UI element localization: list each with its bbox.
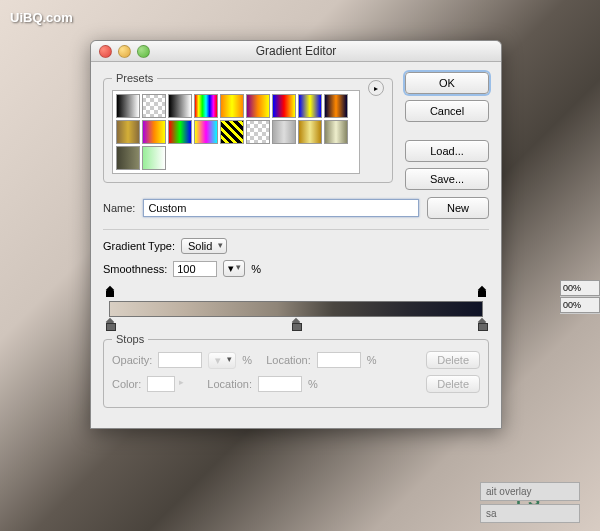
preset-swatch[interactable] bbox=[246, 120, 270, 144]
preset-swatch[interactable] bbox=[194, 94, 218, 118]
dialog-titlebar[interactable]: Gradient Editor bbox=[91, 41, 501, 62]
opacity-stop-left[interactable] bbox=[105, 287, 115, 299]
color-stop-left[interactable] bbox=[105, 319, 115, 331]
fill-fragment: 00% bbox=[560, 297, 600, 313]
layer-fragment: ait overlay bbox=[480, 482, 580, 501]
dialog-title: Gradient Editor bbox=[256, 44, 337, 58]
preset-swatch[interactable] bbox=[194, 120, 218, 144]
color-label: Color: bbox=[112, 378, 141, 390]
percent-label: % bbox=[251, 263, 261, 275]
preset-swatch[interactable] bbox=[272, 120, 296, 144]
preset-swatch[interactable] bbox=[246, 94, 270, 118]
presets-label: Presets bbox=[112, 72, 157, 84]
smoothness-stepper[interactable]: ▾ bbox=[223, 260, 245, 277]
color-stop-right[interactable] bbox=[477, 319, 487, 331]
load-button[interactable]: Load... bbox=[405, 140, 489, 162]
opacity-stop-right[interactable] bbox=[477, 287, 487, 299]
opacity-label: Opacity: bbox=[112, 354, 152, 366]
gradient-preview[interactable] bbox=[109, 301, 483, 317]
right-panel-fragment: 00% 00% bbox=[560, 280, 600, 314]
gradient-editor-dialog: Gradient Editor Presets ▸ OK Cancel Load… bbox=[90, 40, 502, 429]
delete-opacity-button: Delete bbox=[426, 351, 480, 369]
color-well bbox=[147, 376, 175, 392]
gradient-type-label: Gradient Type: bbox=[103, 240, 175, 252]
preset-swatch[interactable] bbox=[220, 120, 244, 144]
gradient-bar[interactable] bbox=[103, 285, 489, 331]
minimize-icon[interactable] bbox=[118, 45, 131, 58]
preset-swatch[interactable] bbox=[298, 94, 322, 118]
window-controls bbox=[99, 45, 150, 58]
location-label: Location: bbox=[207, 378, 252, 390]
separator bbox=[103, 229, 489, 230]
preset-swatch[interactable] bbox=[142, 94, 166, 118]
percent-label: % bbox=[308, 378, 318, 390]
percent-label: % bbox=[367, 354, 377, 366]
layer-fragment: sa bbox=[480, 504, 580, 523]
preset-swatch[interactable] bbox=[324, 94, 348, 118]
preset-swatch[interactable] bbox=[324, 120, 348, 144]
presets-group: Presets ▸ bbox=[103, 72, 393, 183]
cancel-button[interactable]: Cancel bbox=[405, 100, 489, 122]
opacity-location-input bbox=[317, 352, 361, 368]
bottom-panel-fragment: ait overlay sa bbox=[480, 479, 580, 523]
preset-swatch[interactable] bbox=[220, 94, 244, 118]
preset-swatch[interactable] bbox=[142, 146, 166, 170]
preset-swatches bbox=[112, 90, 360, 174]
gradient-type-select[interactable]: Solid bbox=[181, 238, 227, 254]
location-label: Location: bbox=[266, 354, 311, 366]
new-button[interactable]: New bbox=[427, 197, 489, 219]
smoothness-label: Smoothness: bbox=[103, 263, 167, 275]
preset-swatch[interactable] bbox=[116, 146, 140, 170]
preset-swatch[interactable] bbox=[298, 120, 322, 144]
preset-swatch[interactable] bbox=[168, 94, 192, 118]
preset-swatch[interactable] bbox=[142, 120, 166, 144]
opacity-input bbox=[158, 352, 202, 368]
percent-label: % bbox=[242, 354, 252, 366]
save-button[interactable]: Save... bbox=[405, 168, 489, 190]
smoothness-input[interactable] bbox=[173, 261, 217, 277]
watermark: UiBQ.com bbox=[10, 10, 73, 25]
close-icon[interactable] bbox=[99, 45, 112, 58]
color-stop-mid[interactable] bbox=[291, 319, 301, 331]
stops-group: Stops Opacity: ▾ % Location: % Delete Co… bbox=[103, 333, 489, 408]
preset-swatch[interactable] bbox=[272, 94, 296, 118]
delete-color-button: Delete bbox=[426, 375, 480, 393]
opacity-stepper: ▾ bbox=[208, 352, 236, 369]
preset-swatch[interactable] bbox=[168, 120, 192, 144]
zoom-icon[interactable] bbox=[137, 45, 150, 58]
preset-swatch[interactable] bbox=[116, 94, 140, 118]
stops-label: Stops bbox=[112, 333, 148, 345]
ok-button[interactable]: OK bbox=[405, 72, 489, 94]
presets-menu-icon[interactable]: ▸ bbox=[368, 80, 384, 96]
name-input[interactable] bbox=[143, 199, 419, 217]
name-label: Name: bbox=[103, 202, 135, 214]
preset-swatch[interactable] bbox=[116, 120, 140, 144]
opacity-fragment: 00% bbox=[560, 280, 600, 296]
color-location-input bbox=[258, 376, 302, 392]
